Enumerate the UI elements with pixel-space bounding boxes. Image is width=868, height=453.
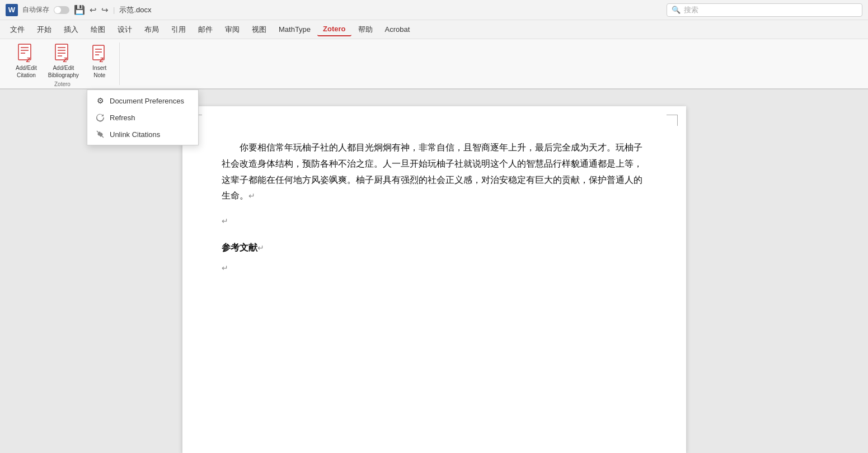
add-edit-bibliography-icon: Z bbox=[54, 45, 72, 63]
svg-text:Z: Z bbox=[99, 56, 104, 63]
body-text: 你要相信常年玩柚子社的人都目光炯炯有神，非常自信，且智商逐年上升，最后完全成为天… bbox=[222, 140, 647, 204]
body-paragraph: 你要相信常年玩柚子社的人都目光炯炯有神，非常自信，且智商逐年上升，最后完全成为天… bbox=[222, 140, 647, 204]
menu-item-layout[interactable]: 布局 bbox=[139, 22, 165, 37]
add-edit-citation-label: Add/EditCitation bbox=[16, 64, 37, 79]
menu-item-zotero[interactable]: Zotero bbox=[317, 22, 351, 36]
unlink-citations-item[interactable]: Unlink Citations bbox=[87, 126, 198, 143]
menu-item-home[interactable]: 开始 bbox=[31, 22, 57, 37]
search-box[interactable]: 🔍 搜索 bbox=[667, 3, 862, 17]
menu-item-mathtype[interactable]: MathType bbox=[273, 23, 316, 36]
menu-item-acrobat[interactable]: Acrobat bbox=[379, 23, 416, 36]
svg-text:Z: Z bbox=[63, 56, 68, 63]
dropdown-menu: ⚙ Document Preferences Refresh Unlink Ci… bbox=[87, 89, 199, 145]
undo-icon[interactable]: ↩ bbox=[90, 5, 97, 15]
insert-note-label: InsertNote bbox=[92, 64, 106, 79]
refresh-label: Refresh bbox=[110, 114, 135, 122]
menu-item-view[interactable]: 视图 bbox=[246, 22, 272, 37]
insert-note-icon: Z bbox=[91, 45, 109, 63]
save-icon[interactable]: 💾 bbox=[74, 4, 85, 15]
menu-bar: 文件 开始 插入 绘图 设计 布局 引用 邮件 审阅 视图 MathType Z… bbox=[0, 20, 868, 39]
title-bar-left: W 自动保存 💾 ↩ ↪ | 示范.docx bbox=[6, 4, 151, 16]
refresh-item[interactable]: Refresh bbox=[87, 109, 198, 126]
svg-text:Z: Z bbox=[26, 56, 31, 63]
search-placeholder: 搜索 bbox=[684, 5, 698, 15]
title-bar: W 自动保存 💾 ↩ ↪ | 示范.docx 🔍 搜索 bbox=[0, 0, 868, 20]
add-edit-bibliography-label: Add/EditBibliography bbox=[48, 64, 79, 79]
page-corner-tr bbox=[667, 115, 678, 126]
document-body: 你要相信常年玩柚子社的人都目光炯炯有神，非常自信，且智商逐年上升，最后完全成为天… bbox=[222, 140, 647, 276]
zotero-ribbon-group: Z Add/EditCitation Z Add/ bbox=[6, 43, 120, 85]
autosave-toggle[interactable] bbox=[54, 6, 69, 14]
menu-item-draw[interactable]: 绘图 bbox=[85, 22, 111, 37]
references-title: 参考文献↵ bbox=[222, 240, 647, 256]
ribbon: Z Add/EditCitation Z Add/ bbox=[0, 39, 868, 89]
unlink-citations-label: Unlink Citations bbox=[110, 130, 160, 139]
autosave-label: 自动保存 bbox=[22, 5, 49, 15]
refresh-icon bbox=[95, 112, 105, 122]
ribbon-buttons: Z Add/EditCitation Z Add/ bbox=[11, 43, 114, 81]
add-edit-citation-button[interactable]: Z Add/EditCitation bbox=[11, 43, 41, 81]
search-icon: 🔍 bbox=[672, 6, 681, 14]
insert-note-button[interactable]: Z InsertNote bbox=[86, 43, 114, 81]
menu-item-mailing[interactable]: 邮件 bbox=[193, 22, 218, 37]
word-icon: W bbox=[6, 4, 18, 16]
unlink-citations-icon bbox=[95, 129, 105, 139]
add-edit-bibliography-button[interactable]: Z Add/EditBibliography bbox=[44, 43, 83, 81]
document-preferences-icon: ⚙ bbox=[95, 96, 105, 106]
menu-item-design[interactable]: 设计 bbox=[112, 22, 138, 37]
empty-line-1: ↵ bbox=[222, 213, 647, 229]
document-preferences-label: Document Preferences bbox=[110, 97, 184, 105]
menu-item-references[interactable]: 引用 bbox=[166, 22, 191, 37]
return-char-1: ↵ bbox=[222, 214, 228, 228]
menu-item-help[interactable]: 帮助 bbox=[353, 22, 378, 37]
document-preferences-item[interactable]: ⚙ Document Preferences bbox=[87, 92, 198, 109]
separator: | bbox=[113, 6, 115, 14]
document-page[interactable]: 你要相信常年玩柚子社的人都目光炯炯有神，非常自信，且智商逐年上升，最后完全成为天… bbox=[182, 106, 686, 453]
add-edit-citation-icon: Z bbox=[17, 45, 35, 63]
empty-line-2: ↵ bbox=[222, 261, 647, 276]
menu-item-file[interactable]: 文件 bbox=[4, 22, 30, 37]
menu-item-review[interactable]: 审阅 bbox=[219, 22, 245, 37]
filename-label: 示范.docx bbox=[119, 5, 151, 15]
return-char-2: ↵ bbox=[222, 261, 228, 275]
redo-icon[interactable]: ↪ bbox=[101, 5, 109, 15]
zotero-group-label: Zotero bbox=[54, 81, 71, 88]
menu-item-insert[interactable]: 插入 bbox=[58, 22, 84, 37]
